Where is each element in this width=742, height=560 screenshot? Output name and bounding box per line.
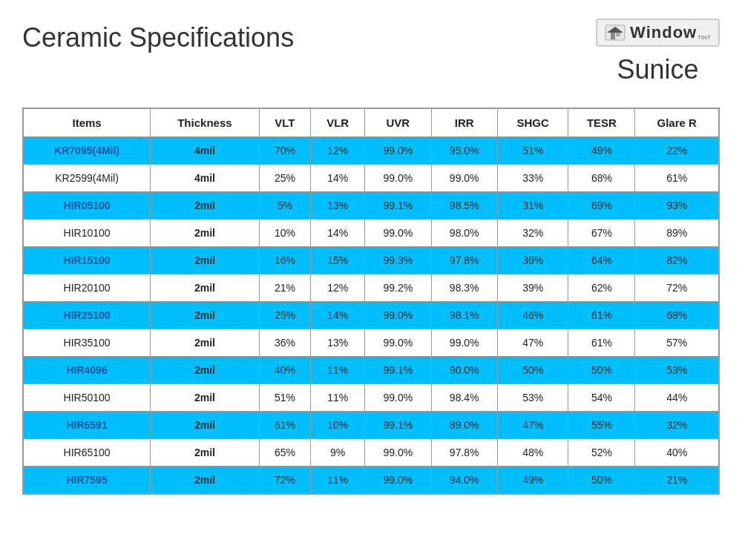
col-header-items: Items	[24, 109, 151, 137]
cell-vlt: 21%	[259, 274, 311, 302]
cell-thickness: 2mil	[151, 329, 259, 357]
cell-vlr: 12%	[311, 274, 365, 302]
cell-vlt: 51%	[259, 384, 311, 412]
cell-item: HIR6591	[24, 412, 151, 439]
cell-thickness: 4mil	[151, 137, 259, 165]
cell-glare: 32%	[635, 412, 719, 439]
cell-glare: 61%	[635, 165, 719, 192]
cell-tesr: 54%	[568, 384, 635, 412]
cell-irr: 89.0%	[431, 412, 497, 439]
col-header-irr: IRR	[431, 109, 497, 137]
cell-glare: 57%	[635, 329, 719, 357]
cell-vlr: 13%	[311, 192, 365, 220]
cell-item: HIR4096	[24, 357, 151, 384]
logo-box: Window TINT	[596, 19, 720, 47]
cell-shgc: 50%	[497, 357, 568, 384]
cell-uvr: 99.0%	[365, 302, 431, 329]
table-row: HIR101002mil10%14%99.0%98.0%32%67%89%	[24, 220, 719, 247]
table-row: HIR501002mil51%11%99.0%98.4%53%54%44%	[24, 384, 719, 412]
cell-vlt: 25%	[259, 302, 311, 329]
cell-irr: 99.0%	[431, 329, 497, 357]
cell-shgc: 36%	[497, 247, 568, 274]
cell-item: HIR05100	[24, 192, 151, 220]
table-row: HIR051002mil5%13%99.1%98.5%31%69%93%	[24, 192, 719, 220]
cell-vlt: 5%	[259, 192, 311, 220]
cell-tesr: 64%	[568, 247, 635, 274]
cell-vlr: 11%	[311, 384, 365, 412]
cell-vlr: 11%	[311, 357, 365, 384]
cell-irr: 98.1%	[431, 302, 497, 329]
cell-thickness: 2mil	[151, 384, 259, 412]
cell-vlt: 65%	[259, 439, 311, 467]
cell-item: HIR50100	[24, 384, 151, 412]
cell-item: KR7095(4Mil)	[24, 137, 151, 165]
cell-thickness: 2mil	[151, 192, 259, 220]
cell-vlr: 10%	[311, 412, 365, 439]
cell-item: HIR35100	[24, 329, 151, 357]
cell-item: HIR20100	[24, 274, 151, 302]
cell-vlr: 12%	[311, 137, 365, 165]
window-logo-icon	[605, 24, 626, 41]
cell-item: HIR10100	[24, 220, 151, 247]
cell-vlr: 14%	[311, 165, 365, 192]
table-row: HIR201002mil21%12%99.2%98.3%39%62%72%	[24, 274, 719, 302]
table-row: HIR351002mil36%13%99.0%99.0%47%61%57%	[24, 329, 719, 357]
cell-item: KR2599(4Mil)	[24, 165, 151, 192]
cell-glare: 21%	[635, 467, 719, 494]
table-row: KR7095(4Mil)4mil70%12%99.0%95.0%51%49%22…	[24, 137, 719, 165]
cell-tesr: 61%	[568, 302, 635, 329]
cell-vlt: 10%	[259, 220, 311, 247]
cell-vlt: 61%	[259, 412, 311, 439]
cell-item: HIR15100	[24, 247, 151, 274]
cell-glare: 53%	[635, 357, 719, 384]
table-row: HIR151002mil16%15%99.3%97.8%36%64%82%	[24, 247, 719, 274]
specs-table: Items Thickness VLT VLR UVR IRR SHGC TES…	[23, 108, 719, 494]
cell-uvr: 99.0%	[365, 329, 431, 357]
cell-uvr: 99.3%	[365, 247, 431, 274]
cell-item: HIR7595	[24, 467, 151, 494]
logo-tint-text: TINT	[697, 34, 711, 41]
cell-shgc: 31%	[497, 192, 568, 220]
cell-irr: 98.5%	[431, 192, 497, 220]
cell-uvr: 99.1%	[365, 357, 431, 384]
cell-irr: 99.0%	[431, 165, 497, 192]
cell-uvr: 99.0%	[365, 220, 431, 247]
specs-table-container: Items Thickness VLT VLR UVR IRR SHGC TES…	[22, 108, 720, 495]
cell-item: HIR25100	[24, 302, 151, 329]
cell-thickness: 2mil	[151, 467, 259, 494]
table-row: HIR65912mil61%10%99.1%89.0%47%55%32%	[24, 412, 719, 439]
cell-tesr: 52%	[568, 439, 635, 467]
cell-tesr: 50%	[568, 467, 635, 494]
cell-thickness: 2mil	[151, 439, 259, 467]
cell-glare: 44%	[635, 384, 719, 412]
svg-rect-2	[611, 33, 615, 39]
cell-glare: 93%	[635, 192, 719, 220]
table-row: HIR251002mil25%14%99.0%98.1%46%61%68%	[24, 302, 719, 329]
cell-vlr: 13%	[311, 329, 365, 357]
cell-vlt: 36%	[259, 329, 311, 357]
cell-shgc: 39%	[497, 274, 568, 302]
cell-irr: 98.0%	[431, 220, 497, 247]
cell-irr: 98.4%	[431, 384, 497, 412]
cell-irr: 98.3%	[431, 274, 497, 302]
cell-uvr: 99.0%	[365, 467, 431, 494]
cell-tesr: 61%	[568, 329, 635, 357]
cell-irr: 94.0%	[431, 467, 497, 494]
cell-thickness: 2mil	[151, 302, 259, 329]
cell-shgc: 48%	[497, 439, 568, 467]
brand-area: Window TINT Sunice	[596, 19, 720, 85]
cell-vlt: 70%	[259, 137, 311, 165]
cell-uvr: 99.0%	[365, 137, 431, 165]
cell-vlr: 14%	[311, 220, 365, 247]
cell-vlt: 72%	[259, 467, 311, 494]
cell-uvr: 99.1%	[365, 192, 431, 220]
cell-glare: 22%	[635, 137, 719, 165]
cell-vlt: 40%	[259, 357, 311, 384]
col-header-vlr: VLR	[311, 109, 365, 137]
logo-text: Window	[630, 23, 697, 42]
brand-name: Sunice	[617, 54, 699, 85]
cell-tesr: 69%	[568, 192, 635, 220]
cell-vlr: 15%	[311, 247, 365, 274]
header: Ceramic Specifications Window TINT Sunic…	[22, 15, 720, 85]
col-header-thickness: Thickness	[151, 109, 259, 137]
